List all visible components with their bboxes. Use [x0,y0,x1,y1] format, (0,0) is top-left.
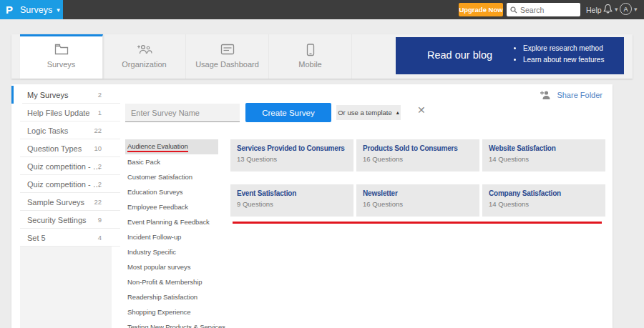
survey-name-input[interactable] [125,104,240,122]
main-content-panel: My Surveys 2 Help Files Update 1 Logic T… [11,84,613,328]
folder-count: 22 [94,126,102,134]
template-title: Newsletter [363,189,474,197]
sidebar-item-question-types[interactable]: Question Types 10 [11,139,120,157]
folder-label: Sample Surveys [27,198,84,207]
tab-surveys[interactable]: Surveys [20,34,103,79]
category-incident-follow-up[interactable]: Incident Follow-up [125,229,218,244]
folder-label: Security Settings [27,216,87,224]
tab-label: Surveys [20,60,102,69]
folder-label: My Surveys [27,91,68,99]
chevron-down-icon: ▾ [57,6,60,14]
app-switcher-menu[interactable]: P Surveys ▾ [0,0,63,19]
sidebar-empty-area [20,247,112,328]
template-title: Company Satisfaction [489,189,600,197]
tab-label: Organization [103,60,185,69]
folder-icon [20,44,102,58]
category-shopping-experience[interactable]: Shopping Experience [125,304,218,319]
top-header-bar: P Surveys ▾ Upgrade Now Help ▾ A ▾ [0,0,644,19]
create-survey-button[interactable]: Create Survey [245,103,331,122]
category-customer-satisfaction[interactable]: Customer Satisfaction [125,169,218,184]
template-question-count: 16 Questions [363,155,474,163]
global-search[interactable] [507,3,580,16]
upgrade-now-button[interactable]: Upgrade Now [459,3,503,16]
blog-bullet: Learn about new features [523,56,604,64]
sidebar-item-my-surveys[interactable]: My Surveys 2 [11,86,120,104]
category-audience-evaluation[interactable]: Audience Evaluation [125,139,218,154]
notifications-menu[interactable]: ▾ [603,4,618,14]
folder-label: Question Types [27,144,82,153]
share-folder-link[interactable]: Share Folder [540,90,602,99]
category-non-profit-membership[interactable]: Non-Profit & Membership [125,274,218,289]
mobile-icon [269,44,351,58]
people-add-icon [103,44,185,58]
sidebar-item-sample-surveys[interactable]: Sample Surveys 22 [11,193,120,211]
template-question-count: 14 Questions [489,200,600,208]
tab-organization[interactable]: Organization [103,34,186,79]
tab-mobile[interactable]: Mobile [269,34,352,79]
use-template-dropdown[interactable]: Or use a template ▴ [336,105,401,120]
account-menu[interactable]: A ▾ [620,3,638,15]
folder-count: 4 [98,234,102,242]
category-industry-specific[interactable]: Industry Specific [125,244,218,259]
tab-label: Usage Dashboard [186,60,268,69]
sidebar-item-security-settings[interactable]: Security Settings 9 [11,211,120,229]
template-question-count: 16 Questions [363,200,474,208]
primary-tab-bar: Surveys Organization Usage Dashboard Mob… [11,34,633,79]
folder-count: 22 [94,198,102,206]
template-card-newsletter[interactable]: Newsletter 16 Questions [356,184,479,217]
app-menu-label: Surveys [20,5,52,15]
use-template-label: Or use a template [338,109,392,116]
template-card-event-satisfaction[interactable]: Event Satisfaction 9 Questions [230,184,353,217]
folder-label: Logic Tasks [27,126,68,135]
close-icon[interactable]: ✕ [417,105,426,115]
folder-label: Quiz competition - … [27,180,101,189]
help-link[interactable]: Help [586,6,602,14]
search-input[interactable] [520,6,577,14]
template-question-count: 9 Questions [237,200,348,208]
template-card-products-sold-to-consumers[interactable]: Products Sold to Consumers 16 Questions [356,139,479,172]
annotation-red-line [233,222,602,224]
folder-count: 1 [98,109,102,116]
tab-usage-dashboard[interactable]: Usage Dashboard [186,34,269,79]
folder-label: Quiz competition - … [27,162,101,171]
template-category-list: Audience Evaluation Basic Pack Customer … [125,139,218,328]
dashboard-icon [186,44,268,58]
category-readership-satisfaction[interactable]: Readership Satisfaction [125,289,218,304]
folder-label: Help Files Update [27,109,89,117]
template-question-count: 13 Questions [237,155,348,163]
template-title: Services Provided to Consumers [237,144,348,152]
chevron-up-icon: ▴ [396,109,399,116]
category-label: Audience Evaluation [127,142,188,152]
folder-count: 9 [98,216,102,224]
category-basic-pack[interactable]: Basic Pack [125,154,218,169]
app-window: P Surveys ▾ Upgrade Now Help ▾ A ▾ [0,0,644,328]
chevron-down-icon: ▾ [615,6,618,13]
sidebar-item-set-5[interactable]: Set 5 4 [11,229,120,247]
template-title: Website Satisfaction [489,144,600,152]
blog-banner-bullets: Explore research method Learn about new … [523,44,604,67]
category-education-surveys[interactable]: Education Surveys [125,184,218,199]
sidebar-item-logic-tasks[interactable]: Logic Tasks 22 [11,121,120,139]
proprofs-logo: P [6,4,13,16]
chevron-down-icon: ▾ [634,6,638,13]
category-employee-feedback[interactable]: Employee Feedback [125,199,218,214]
sidebar-item-quiz-competition-1[interactable]: Quiz competition - … 2 [11,157,120,175]
sidebar-item-help-files-update[interactable]: Help Files Update 1 [11,104,120,121]
template-card-services-provided-to-consumers[interactable]: Services Provided to Consumers 13 Questi… [230,139,353,172]
read-our-blog-banner[interactable]: Read our blog Explore research method Le… [396,37,624,74]
bell-icon [603,4,613,14]
template-card-company-satisfaction[interactable]: Company Satisfaction 14 Questions [482,184,605,217]
category-testing-new-products-services[interactable]: Testing New Products & Services [125,319,218,328]
template-card-website-satisfaction[interactable]: Website Satisfaction 14 Questions [482,139,605,172]
sidebar-item-quiz-competition-2[interactable]: Quiz competition - … 2 [11,175,120,193]
category-event-planning-feedback[interactable]: Event Planning & Feedback [125,214,218,229]
blog-banner-title: Read our blog [427,49,492,61]
folder-label: Set 5 [27,234,46,242]
share-folder-label: Share Folder [557,91,602,99]
folder-count: 2 [98,180,102,188]
folder-count: 2 [98,91,102,99]
avatar: A [620,3,632,15]
template-title: Event Satisfaction [237,189,348,197]
search-icon [510,6,517,14]
category-most-popular-surveys[interactable]: Most popular surveys [125,259,218,274]
